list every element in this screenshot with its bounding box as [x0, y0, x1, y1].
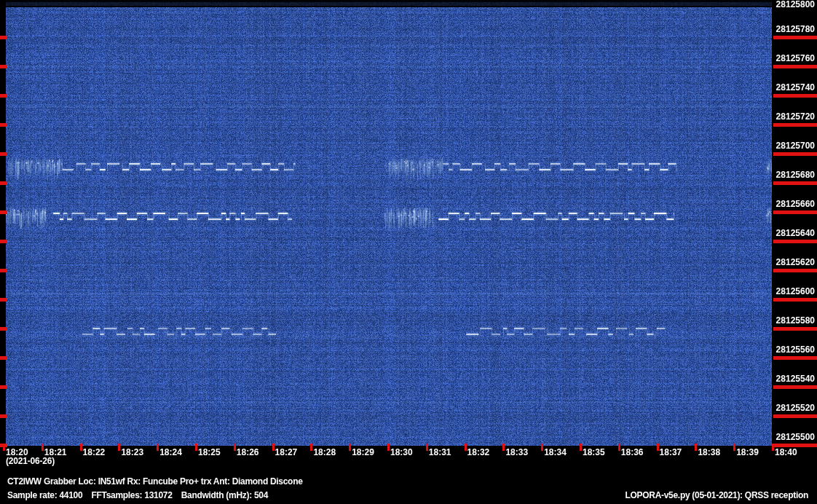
- time-tick: [234, 444, 236, 451]
- time-tick: [195, 444, 197, 451]
- time-tick-label: 18:28: [313, 448, 336, 457]
- qrss-grabber-screen: 2812580028125780281257602812574028125720…: [0, 0, 817, 504]
- time-tick: [349, 444, 351, 451]
- time-tick: [465, 444, 467, 451]
- station-info: CT2IWW Grabber Loc: IN51wf Rx: Funcube P…: [7, 476, 303, 487]
- time-axis: 18:2018:2118:2218:2318:2418:2518:2618:27…: [0, 0, 817, 504]
- time-tick-label: 18:25: [198, 448, 221, 457]
- time-tick-label: 18:34: [544, 448, 567, 457]
- time-tick-label: 18:26: [237, 448, 259, 457]
- time-tick: [272, 444, 275, 451]
- time-tick-label: 18:23: [121, 448, 143, 457]
- time-tick: [657, 444, 659, 451]
- time-tick: [42, 444, 44, 451]
- date-label: (2021-06-26): [6, 456, 55, 466]
- time-tick: [118, 444, 120, 451]
- software-info: LOPORA-v5e.py (05-01-2021): QRSS recepti…: [625, 490, 808, 500]
- time-tick: [580, 444, 582, 451]
- time-tick-label: 18:36: [621, 448, 644, 457]
- time-tick: [695, 444, 697, 451]
- time-tick: [157, 444, 159, 451]
- time-tick-label: 18:31: [429, 448, 451, 457]
- capture-settings: Sample rate: 44100 FFTsamples: 131072 Ba…: [7, 490, 268, 500]
- time-tick-label: 18:29: [352, 448, 374, 457]
- time-tick-label: 18:38: [698, 448, 720, 457]
- time-tick: [733, 444, 735, 451]
- time-tick-label: 18:33: [505, 448, 528, 457]
- time-tick-label: 18:39: [736, 448, 759, 457]
- time-tick: [310, 444, 312, 451]
- time-tick: [426, 444, 428, 451]
- time-tick: [80, 444, 82, 451]
- time-tick: [772, 444, 774, 451]
- time-tick-label: 18:32: [467, 448, 490, 457]
- time-tick-label: 18:27: [275, 448, 298, 457]
- time-tick: [618, 444, 620, 451]
- time-tick-label: 18:40: [775, 448, 797, 457]
- time-tick: [541, 444, 543, 451]
- time-tick: [502, 444, 505, 451]
- time-tick-label: 18:37: [660, 448, 682, 457]
- time-tick: [3, 444, 5, 451]
- time-tick: [387, 444, 390, 451]
- time-tick-label: 18:35: [583, 448, 605, 457]
- time-tick-label: 18:22: [83, 448, 106, 457]
- time-tick-label: 18:30: [390, 448, 413, 457]
- time-tick-label: 18:24: [159, 448, 182, 457]
